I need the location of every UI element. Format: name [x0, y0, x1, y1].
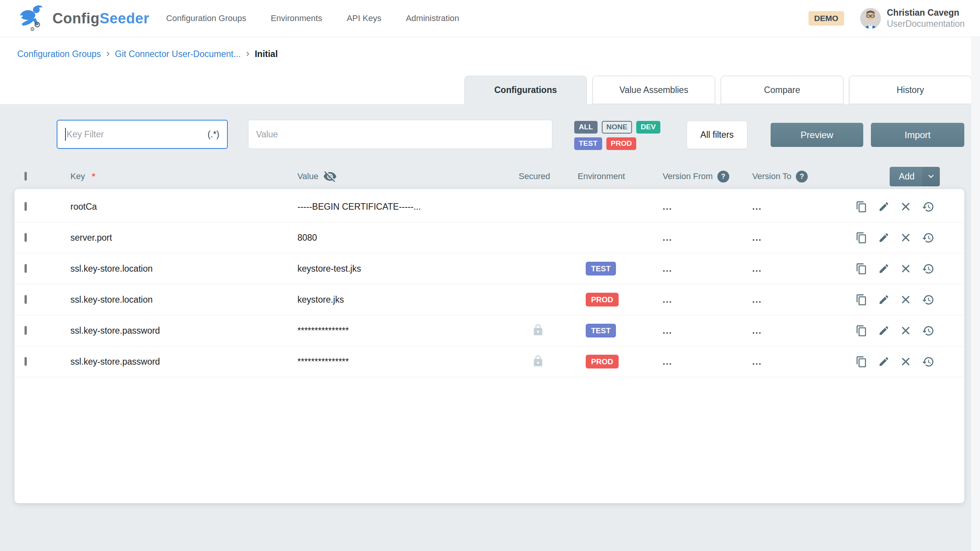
column-version-to: Version To? — [752, 171, 856, 183]
regex-suffix: (.*) — [207, 129, 219, 140]
row-version-to: ... — [752, 357, 856, 367]
edit-icon[interactable] — [878, 263, 890, 274]
required-marker: * — [92, 171, 95, 181]
avatar[interactable] — [860, 8, 881, 29]
breadcrumb-item-initial: Initial — [255, 49, 278, 59]
scrollbar-track[interactable] — [971, 37, 980, 551]
nav-item-configuration-groups[interactable]: Configuration Groups — [166, 13, 246, 23]
tab-compare[interactable]: Compare — [721, 76, 843, 104]
delete-icon[interactable] — [900, 294, 911, 305]
key-filter-field[interactable]: (.*) — [57, 120, 228, 149]
breadcrumb-item-configuration-groups[interactable]: Configuration Groups — [17, 49, 101, 59]
key-filter-input[interactable] — [67, 129, 203, 140]
edit-icon[interactable] — [878, 232, 890, 243]
delete-icon[interactable] — [900, 263, 911, 274]
copy-icon[interactable] — [856, 356, 867, 368]
app-logo[interactable]: ⚙ ⚙ ConfigSeeder — [17, 4, 149, 33]
value-filter-field[interactable] — [248, 120, 552, 149]
row-checkbox[interactable] — [24, 357, 27, 366]
copy-icon[interactable] — [856, 325, 867, 337]
row-version-from: ... — [663, 264, 752, 274]
history-icon[interactable] — [922, 355, 934, 368]
history-icon[interactable] — [922, 293, 934, 306]
row-version-from: ... — [663, 233, 752, 243]
add-button[interactable]: Add — [890, 167, 940, 186]
version-to-help-icon[interactable]: ? — [796, 171, 808, 183]
history-icon[interactable] — [922, 324, 934, 337]
breadcrumb: Configuration Groups›Git Connector User-… — [0, 37, 980, 61]
edit-icon[interactable] — [878, 294, 890, 305]
select-all-checkbox[interactable] — [24, 172, 27, 181]
sower-logo-icon: ⚙ ⚙ — [17, 4, 46, 33]
history-icon[interactable] — [922, 262, 934, 275]
main-nav: Configuration GroupsEnvironmentsAPI Keys… — [166, 13, 459, 23]
history-icon[interactable] — [922, 201, 934, 213]
copy-icon[interactable] — [856, 201, 867, 213]
import-button[interactable]: Import — [871, 123, 964, 147]
delete-icon[interactable] — [900, 201, 911, 212]
text-caret — [65, 128, 66, 141]
nav-item-environments[interactable]: Environments — [271, 13, 322, 23]
column-value: Value — [297, 170, 519, 183]
edit-icon[interactable] — [878, 325, 890, 336]
history-icon[interactable] — [922, 231, 934, 244]
chevron-down-icon[interactable] — [922, 167, 940, 186]
env-toggle-prod[interactable]: PROD — [606, 137, 637, 150]
tab-value-assemblies[interactable]: Value Assemblies — [593, 76, 715, 104]
value-filter-input[interactable] — [256, 129, 544, 140]
row-version-to: ... — [752, 233, 856, 243]
chevron-right-icon: › — [246, 47, 250, 59]
demo-badge: DEMO — [808, 11, 844, 26]
delete-icon[interactable] — [900, 232, 911, 243]
delete-icon[interactable] — [900, 356, 911, 367]
column-environment: Environment — [578, 171, 663, 181]
row-key: ssl.key-store.password — [70, 357, 297, 367]
row-checkbox[interactable] — [24, 233, 27, 242]
user-block: Christian Cavegn UserDocumentation — [887, 7, 965, 29]
copy-icon[interactable] — [856, 232, 867, 244]
env-toggle-dev[interactable]: DEV — [636, 121, 660, 134]
delete-icon[interactable] — [900, 325, 911, 336]
tab-history[interactable]: History — [849, 76, 972, 104]
brand-part-seeder: Seeder — [100, 10, 149, 26]
table-row: rootCa -----BEGIN CERTIFICATE-----... ..… — [15, 191, 964, 222]
lock-icon — [532, 324, 544, 338]
env-toggle-none[interactable]: NONE — [602, 121, 632, 134]
copy-icon[interactable] — [856, 263, 867, 275]
row-version-to: ... — [752, 295, 856, 305]
app-header: ⚙ ⚙ ConfigSeeder Configuration GroupsEnv… — [0, 0, 980, 37]
row-key: ssl.key-store.location — [70, 295, 297, 305]
header-right: DEMO Christian Cavegn UserDocumentation — [808, 7, 965, 29]
row-version-to: ... — [752, 202, 856, 212]
row-checkbox[interactable] — [24, 326, 27, 335]
user-name: Christian Cavegn — [887, 7, 965, 18]
row-checkbox[interactable] — [24, 264, 27, 273]
row-checkbox[interactable] — [24, 295, 27, 304]
row-value: *************** — [297, 326, 519, 336]
version-from-help-icon[interactable]: ? — [717, 171, 729, 183]
nav-item-administration[interactable]: Administration — [406, 13, 459, 23]
breadcrumb-item-git-connector-user-document[interactable]: Git Connector User-Document... — [115, 49, 241, 59]
avatar-image — [860, 8, 881, 29]
env-toggle-all[interactable]: ALL — [574, 121, 598, 134]
nav-item-api-keys[interactable]: API Keys — [347, 13, 381, 23]
edit-icon[interactable] — [878, 356, 890, 367]
row-version-from: ... — [663, 357, 752, 367]
tab-configurations[interactable]: Configurations — [464, 76, 587, 104]
row-value: keystore-test.jks — [297, 264, 519, 274]
preview-button[interactable]: Preview — [771, 123, 863, 147]
table-row: ssl.key-store.location keystore.jks PROD… — [15, 284, 964, 315]
env-toggle-test[interactable]: TEST — [574, 137, 602, 150]
column-secured: Secured — [519, 171, 578, 181]
table-row: ssl.key-store.location keystore-test.jks… — [15, 253, 964, 284]
edit-icon[interactable] — [878, 201, 890, 212]
row-value: *************** — [297, 357, 519, 367]
all-filters-button[interactable]: All filters — [687, 121, 747, 149]
visibility-off-icon[interactable] — [323, 170, 337, 183]
row-checkbox[interactable] — [24, 202, 27, 211]
column-version-from: Version From? — [663, 171, 752, 183]
copy-icon[interactable] — [856, 294, 867, 306]
row-value: 8080 — [297, 233, 519, 243]
row-version-from: ... — [663, 326, 752, 336]
column-key: Key* — [70, 171, 297, 181]
